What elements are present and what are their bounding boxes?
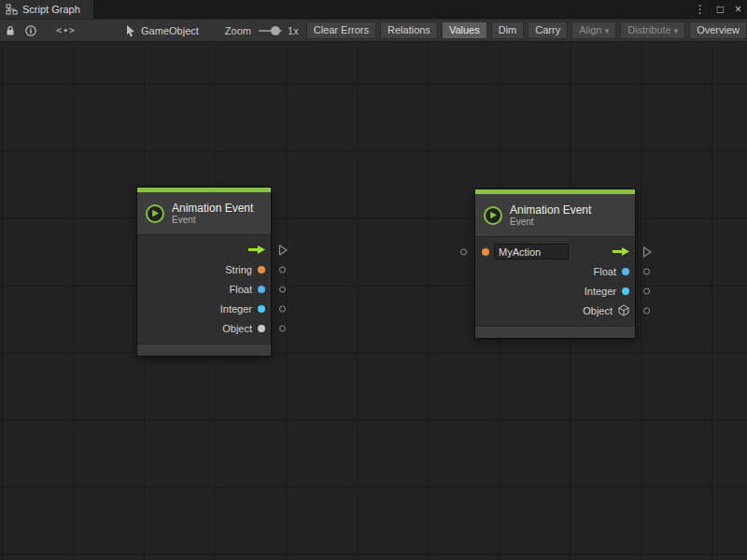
gameobject-icon	[124, 21, 136, 39]
carry-button[interactable]: Carry	[528, 21, 568, 39]
port-row-integer: Integer	[475, 281, 635, 301]
dim-button[interactable]: Dim	[491, 21, 525, 39]
overview-button[interactable]: Overview	[689, 21, 747, 39]
event-play-icon	[146, 204, 164, 223]
port-row-object: Object	[475, 301, 635, 320]
distribute-dropdown[interactable]: Distribute▾	[620, 21, 685, 39]
lock-icon[interactable]	[4, 21, 17, 39]
node-header[interactable]: Animation Event Event	[137, 192, 271, 234]
close-icon[interactable]: ×	[735, 3, 741, 16]
animation-event-node-1[interactable]: Animation Event Event String Float	[136, 187, 272, 357]
integer-type-dot	[258, 305, 265, 313]
name-input-row	[475, 242, 635, 261]
tab-title: Script Graph	[22, 4, 80, 15]
flow-arrow-icon	[248, 245, 265, 255]
object-output-port[interactable]	[279, 325, 286, 331]
node-footer	[137, 343, 271, 356]
values-button[interactable]: Values	[442, 21, 487, 39]
zoom-slider[interactable]	[259, 24, 282, 37]
window-controls: ⋮ □ ×	[695, 0, 741, 19]
node-footer	[475, 326, 635, 338]
zoom-value: 1x	[288, 25, 299, 36]
graph-toolbar: <∙> GameObject Zoom 1x Clear Errors Rela…	[0, 19, 747, 42]
port-label: String	[225, 264, 252, 275]
object-type-dot	[258, 325, 265, 332]
float-type-dot	[622, 268, 629, 275]
integer-output-port[interactable]	[643, 287, 650, 294]
control-output-port[interactable]	[278, 244, 289, 256]
maximize-icon[interactable]: □	[717, 3, 724, 16]
node-titles: Animation Event Event	[172, 202, 253, 226]
gameobject-cube-icon	[618, 304, 629, 316]
chevron-down-icon: ▾	[674, 26, 679, 35]
name-input-port[interactable]	[460, 248, 467, 255]
node-title: Animation Event	[172, 202, 253, 215]
graph-canvas[interactable]: Animation Event Event String Float	[0, 42, 747, 560]
string-output-port[interactable]	[279, 266, 286, 273]
tab-bar: Script Graph ⋮ □ ×	[0, 0, 747, 19]
node-subtitle: Event	[510, 217, 591, 228]
control-output-port[interactable]	[642, 245, 653, 258]
zoom-slider-handle[interactable]	[271, 26, 280, 35]
node-titles: Animation Event Event	[510, 203, 591, 228]
gameobject-label[interactable]: GameObject	[141, 25, 199, 36]
port-label: Integer	[585, 286, 616, 297]
node-header[interactable]: Animation Event Event	[475, 194, 635, 236]
clear-errors-button[interactable]: Clear Errors	[306, 21, 376, 39]
more-menu-icon[interactable]: ⋮	[695, 3, 706, 16]
port-label: Object	[222, 323, 252, 334]
port-row-object: Object	[137, 318, 271, 338]
port-row-integer: Integer	[137, 299, 271, 318]
align-dropdown[interactable]: Align▾	[571, 21, 616, 39]
port-label: Float	[230, 284, 252, 295]
script-graph-window: Script Graph ⋮ □ × <∙>	[0, 0, 747, 560]
string-type-dot	[258, 266, 265, 273]
port-row-string: String	[137, 259, 271, 279]
node-body: String Float Integer Object	[137, 234, 271, 343]
action-name-input[interactable]	[494, 244, 569, 259]
float-type-dot	[258, 286, 265, 293]
port-label: Float	[594, 266, 616, 277]
port-row-float: Float	[137, 279, 271, 299]
integer-output-port[interactable]	[279, 305, 286, 312]
info-icon[interactable]	[24, 21, 37, 39]
node-title: Animation Event	[510, 203, 591, 217]
node-body: Float Integer Object	[475, 236, 635, 326]
string-type-dot	[482, 248, 489, 256]
float-output-port[interactable]	[279, 286, 286, 292]
code-toggle-icon[interactable]: <∙>	[56, 21, 76, 39]
zoom-label: Zoom	[225, 25, 251, 36]
node-subtitle: Event	[172, 215, 253, 226]
port-row-float: Float	[475, 261, 635, 281]
animation-event-node-2[interactable]: Animation Event Event Float	[474, 189, 636, 339]
tab-script-graph[interactable]: Script Graph	[0, 0, 93, 19]
flow-arrow-icon	[613, 246, 629, 257]
integer-type-dot	[622, 287, 629, 295]
event-play-icon	[484, 206, 502, 225]
object-output-port[interactable]	[643, 307, 650, 314]
port-label: Integer	[220, 303, 252, 315]
graph-icon	[6, 4, 18, 15]
control-output-row	[137, 240, 271, 259]
relations-button[interactable]: Relations	[380, 21, 438, 39]
chevron-down-icon: ▾	[605, 26, 610, 35]
float-output-port[interactable]	[643, 268, 650, 274]
port-label: Object	[583, 305, 613, 316]
